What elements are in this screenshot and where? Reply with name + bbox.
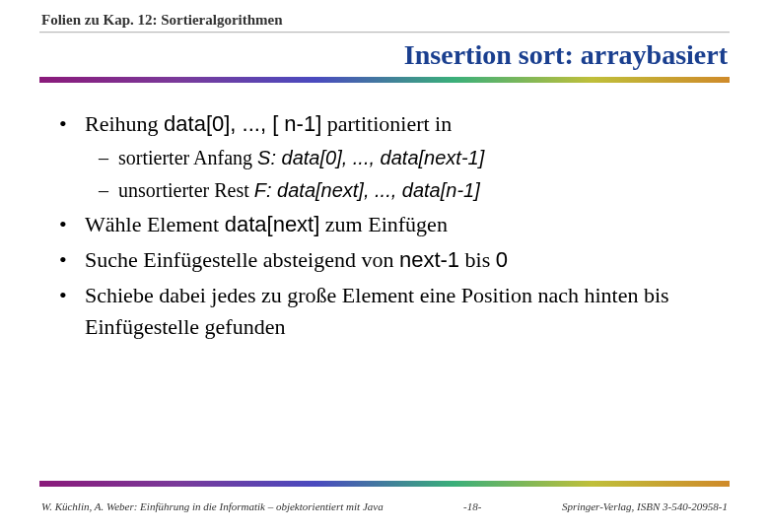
footer-right: Springer-Verlag, ISBN 3-540-20958-1 (562, 500, 728, 512)
footer-left: W. Küchlin, A. Weber: Einführung in die … (41, 500, 384, 512)
footer-page-number: -18- (463, 500, 481, 512)
bullet-dot: • (59, 280, 85, 343)
footer: W. Küchlin, A. Weber: Einführung in die … (41, 500, 728, 512)
bullet-3-text-pre: Suche Einfügestelle absteigend von (85, 247, 399, 272)
bullet-1-code: data[0], ..., [ n-1] (164, 111, 321, 136)
bullet-3-text-mid: bis (459, 247, 496, 272)
bullet-4-text: Schiebe dabei jedes zu große Element ein… (85, 283, 669, 339)
bullet-1: • Reihung data[0], ..., [ n-1] partition… (59, 108, 720, 140)
bullet-2-text-post: zum Einfügen (319, 212, 448, 236)
subbullet-2-text: unsortierter Rest (118, 179, 254, 201)
footer-gradient-bar (39, 481, 730, 487)
header-rule (39, 32, 730, 33)
bullet-1-text-post: partitioniert in (321, 111, 452, 136)
bullet-3-code-1: next-1 (399, 247, 459, 272)
subbullet-1: – sortierter Anfang S: data[0], ..., dat… (99, 144, 720, 172)
bullet-2-code: data[next] (225, 212, 320, 236)
subbullet-2: – unsortierter Rest F: data[next], ..., … (99, 176, 720, 205)
bullet-2: • Wähle Element data[next] zum Einfügen (59, 209, 720, 240)
bullet-3-code-2: 0 (496, 247, 508, 272)
bullet-dot: • (59, 209, 85, 240)
subbullet-dash: – (99, 144, 118, 172)
bullet-1-text-pre: Reihung (85, 111, 164, 136)
bullet-4: • Schiebe dabei jedes zu große Element e… (59, 280, 720, 343)
subbullet-1-code: S: data[0], ..., data[next-1] (257, 147, 484, 168)
title-gradient-bar (39, 77, 730, 83)
subbullet-1-text: sortierter Anfang (118, 147, 257, 168)
bullet-dot: • (59, 108, 85, 140)
slide-content: • Reihung data[0], ..., [ n-1] partition… (59, 108, 720, 346)
header-label: Folien zu Kap. 12: Sortieralgorithmen (41, 12, 283, 29)
subbullet-2-code: F: data[next], ..., data[n-1] (254, 179, 480, 201)
bullet-3: • Suche Einfügestelle absteigend von nex… (59, 244, 720, 276)
subbullet-dash: – (99, 176, 118, 205)
bullet-2-text-pre: Wähle Element (85, 212, 225, 236)
bullet-dot: • (59, 244, 85, 276)
slide-title: Insertion sort: arraybasiert (404, 39, 728, 71)
